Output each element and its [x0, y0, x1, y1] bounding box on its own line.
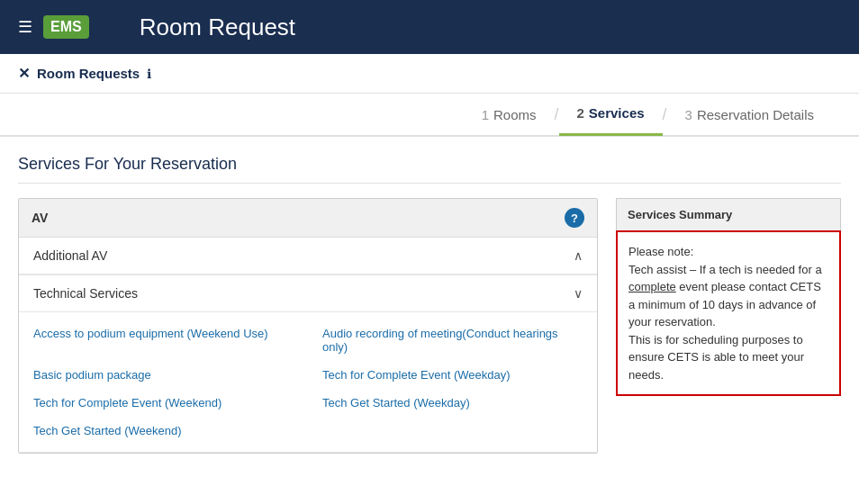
av-title: AV: [32, 211, 48, 225]
app-header: ☰ EMS Room Request: [0, 0, 859, 54]
services-summary-header: Services Summary: [616, 198, 841, 230]
content-layout: AV ? Additional AV ∧ Technical Services …: [18, 198, 841, 454]
step-2-label: Services: [589, 105, 645, 121]
logo-icon: EMS: [43, 15, 89, 39]
sub-section-technical: Technical Services ∨ Access to podium eq…: [19, 275, 597, 453]
additional-av-title: Additional AV: [33, 248, 107, 263]
service-item-5[interactable]: Tech Get Started (Weekday): [308, 389, 597, 417]
breadcrumb-bar: ✕ Room Requests ℹ: [0, 54, 859, 94]
service-item-2[interactable]: Basic podium package: [19, 361, 308, 389]
left-panel: AV ? Additional AV ∧ Technical Services …: [18, 198, 598, 454]
step-rooms[interactable]: 1 Rooms: [464, 93, 555, 136]
breadcrumb-text: Room Requests: [37, 66, 140, 81]
help-icon[interactable]: ?: [565, 208, 584, 228]
additional-av-header[interactable]: Additional AV ∧: [19, 238, 597, 274]
service-item-1[interactable]: Audio recording of meeting(Conduct heari…: [308, 320, 597, 361]
service-item-3[interactable]: Tech for Complete Event (Weekday): [308, 361, 597, 389]
step-1-number: 1: [482, 107, 489, 122]
av-section: AV ? Additional AV ∧ Technical Services …: [18, 198, 598, 454]
main-content: Services For Your Reservation AV ? Addit…: [0, 137, 859, 472]
step-3-number: 3: [685, 107, 692, 122]
section-title: Services For Your Reservation: [18, 155, 841, 184]
page-title: Room Request: [140, 14, 295, 41]
step-1-label: Rooms: [493, 107, 537, 122]
services-summary-body: Please note: Tech assist – If a tech is …: [616, 230, 841, 396]
steps-bar: 1 Rooms / 2 Services / 3 Reservation Det…: [0, 94, 859, 137]
logo: EMS: [43, 15, 95, 39]
chevron-up-icon: ∧: [574, 248, 583, 263]
step-2-number: 2: [577, 105, 584, 121]
menu-icon[interactable]: ☰: [18, 17, 32, 37]
service-item-6[interactable]: Tech Get Started (Weekend): [19, 417, 308, 445]
technical-services-title: Technical Services: [33, 286, 138, 301]
service-item-0[interactable]: Access to podium equipment (Weekend Use): [19, 320, 308, 361]
service-item-4[interactable]: Tech for Complete Event (Weekend): [19, 389, 308, 417]
technical-services-header[interactable]: Technical Services ∨: [19, 275, 597, 312]
step-services[interactable]: 2 Services: [559, 93, 663, 136]
info-icon[interactable]: ℹ: [147, 67, 151, 81]
right-panel: Services Summary Please note: Tech assis…: [616, 198, 841, 454]
chevron-down-icon: ∨: [574, 286, 583, 301]
service-items-list: Access to podium equipment (Weekend Use)…: [19, 312, 597, 452]
av-header: AV ?: [19, 199, 597, 238]
service-grid: Access to podium equipment (Weekend Use)…: [19, 320, 597, 445]
sub-section-additional-av: Additional AV ∧: [19, 238, 597, 275]
close-icon[interactable]: ✕: [18, 65, 30, 82]
underline-complete: complete: [628, 280, 676, 293]
step-3-label: Reservation Details: [697, 107, 814, 122]
step-reservation-details[interactable]: 3 Reservation Details: [667, 93, 832, 136]
